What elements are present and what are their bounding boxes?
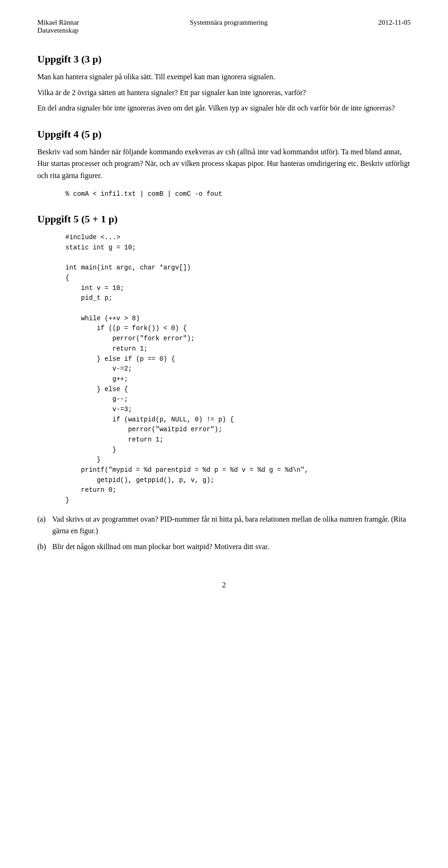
qa-label: (a)	[37, 513, 49, 537]
author-dept: Datavetenskap	[37, 27, 79, 34]
author-name: Mikael Rännar	[37, 19, 79, 27]
task3-p3: En del andra signaler bör inte ignoreras…	[37, 102, 411, 114]
task5-qa: (a) Vad skrivs ut av programmet ovan? PI…	[37, 513, 411, 537]
task3-title: Uppgift 3 (3 p)	[37, 53, 411, 65]
header-left: Mikael Rännar Datavetenskap	[37, 19, 79, 34]
task5-section: Uppgift 5 (5 + 1 p) #include <...> stati…	[37, 213, 411, 552]
page-header: Mikael Rännar Datavetenskap Systemnära p…	[37, 19, 411, 34]
date: 2012-11-05	[378, 19, 411, 26]
task4-section: Uppgift 4 (5 p) Beskriv vad som händer n…	[37, 128, 411, 199]
course-name: Systemnära programmering	[190, 19, 268, 26]
qb-text: Blir det någon skillnad om man plockar b…	[52, 541, 269, 553]
task4-title: Uppgift 4 (5 p)	[37, 128, 411, 140]
task5-qb: (b) Blir det någon skillnad om man plock…	[37, 541, 411, 553]
task5-title: Uppgift 5 (5 + 1 p)	[37, 213, 411, 225]
qb-label: (b)	[37, 541, 49, 553]
task3-p1: Man kan hantera signaler på olika sätt. …	[37, 71, 411, 83]
task3-section: Uppgift 3 (3 p) Man kan hantera signaler…	[37, 53, 411, 114]
task3-p2: Vilka är de 2 övriga sätten att hantera …	[37, 87, 411, 99]
qa-text: Vad skrivs ut av programmet ovan? PID-nu…	[52, 513, 411, 537]
header-center: Systemnära programmering	[190, 19, 268, 27]
task4-command: % comA < infil.txt | comB | comC -o fout	[65, 189, 411, 200]
page-number: 2	[37, 581, 411, 589]
header-right: 2012-11-05	[378, 19, 411, 27]
task5-code: #include <...> static int g = 10; int ma…	[65, 233, 411, 506]
task4-p1: Beskriv vad som händer när följande komm…	[37, 146, 411, 182]
